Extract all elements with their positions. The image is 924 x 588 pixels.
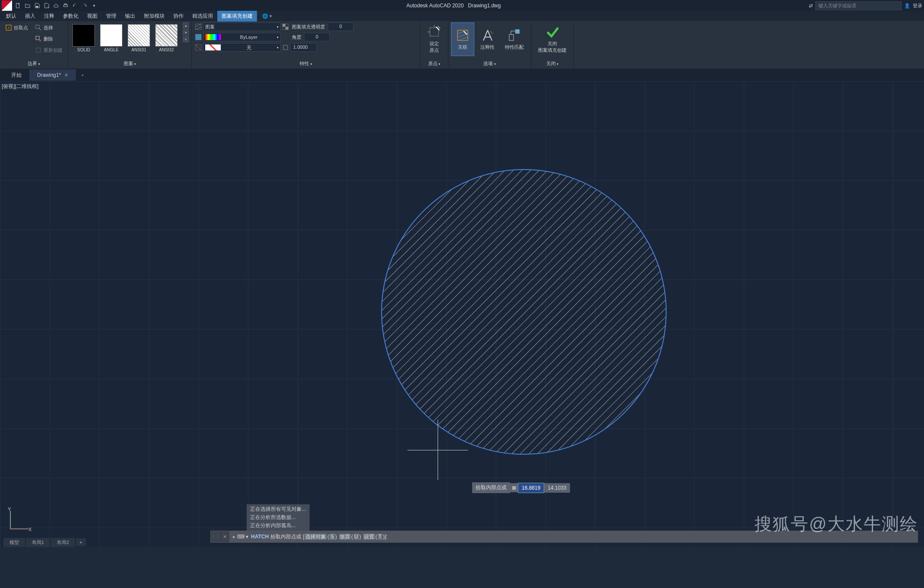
svg-rect-22	[379, 167, 668, 456]
command-line[interactable]: ⋮⋮ ✕ ▸ ⌨ ▾ HATCH 拾取内部点或 [选择对象(S) 放弃(U) 设…	[210, 531, 918, 543]
tab-annotate[interactable]: 注释	[40, 11, 59, 22]
svg-rect-1	[36, 6, 38, 8]
svg-rect-8	[36, 48, 41, 52]
svg-rect-6	[36, 25, 39, 28]
coord-x-input[interactable]: 16.8819	[518, 483, 544, 493]
drawing-canvas[interactable]: [俯视][二维线框] 拾取内部点或 ▦ 16.8819 14.1033 Y X	[0, 81, 924, 547]
ucs-icon[interactable]: Y X	[6, 507, 32, 534]
cmd-close-icon[interactable]: ✕	[220, 534, 229, 540]
plot-icon[interactable]	[61, 1, 70, 10]
panel-boundary-title[interactable]: 边界	[3, 60, 65, 68]
tab-view[interactable]: 视图	[83, 11, 102, 22]
title-bar-right: ⇄ 键入关键字或短语 👤 登录	[809, 1, 922, 10]
share-icon[interactable]: ⇄	[809, 3, 813, 9]
command-history: 正在选择所有可见对象... 正在分析所选数据... 正在分析内部孤岛...	[247, 504, 310, 531]
panel-properties: 图案 图案填充透明度 0 ByLayer 角度 0 无 1.0000 特性	[192, 22, 420, 69]
set-origin-button[interactable]: 设定 原点	[423, 22, 445, 56]
svg-rect-19	[515, 29, 520, 34]
pattern-scroll-up[interactable]: ▴	[183, 22, 189, 28]
tab-addins[interactable]: 附加模块	[140, 11, 169, 22]
title-bar-title: Autodesk AutoCAD 2020 Drawing1.dwg	[98, 3, 809, 9]
panel-options: 关联 注释性 特性匹配 选项	[448, 22, 531, 69]
tab-drawing1[interactable]: Drawing1*✕	[29, 69, 76, 81]
svg-rect-3	[64, 4, 66, 5]
dynamic-input-tooltip: 拾取内部点或 ▦ 16.8819 14.1033	[472, 482, 570, 493]
layout-tab-plus[interactable]: +	[76, 538, 85, 546]
document-tabs: 开始 Drawing1*✕ +	[0, 69, 924, 81]
undo-icon[interactable]	[71, 1, 79, 10]
recreate-button[interactable]: 重新创建	[32, 45, 65, 55]
panel-options-title[interactable]: 选项	[451, 60, 528, 68]
scale-value[interactable]: 1.0000	[290, 43, 317, 52]
pattern-scroll-down[interactable]: ▾	[183, 29, 189, 35]
tab-output[interactable]: 输出	[121, 11, 140, 22]
transparency-value[interactable]: 0	[328, 22, 354, 31]
pattern-ansi31[interactable]: ANSI31	[126, 22, 152, 54]
tab-parametric[interactable]: 参数化	[59, 11, 83, 22]
coord-y-input[interactable]: 14.1033	[544, 483, 570, 493]
angle-value[interactable]: 0	[304, 33, 330, 41]
panel-origin-title[interactable]: 原点	[423, 60, 445, 68]
select-button[interactable]: 选择	[32, 22, 65, 33]
redo-icon[interactable]	[80, 1, 89, 10]
layout-tab-model[interactable]: 模型	[3, 538, 25, 547]
cmd-history-line: 正在选择所有可见对象...	[248, 505, 308, 513]
autocad-logo-icon[interactable]	[2, 0, 12, 11]
scale-icon	[282, 44, 289, 51]
svg-rect-12	[285, 27, 288, 30]
tab-manage[interactable]: 管理	[102, 11, 121, 22]
tab-hatch-creation[interactable]: 图案填充创建	[217, 11, 257, 22]
command-prompt[interactable]: ▸ ⌨ ▾ HATCH 拾取内部点或 [选择对象(S) 放弃(U) 设置(T)]…	[229, 531, 918, 542]
transparency-label: 图案填充透明度	[290, 22, 327, 31]
qat-more-icon[interactable]: ▾	[90, 1, 98, 10]
panel-pattern-title[interactable]: 图案	[71, 60, 189, 68]
panel-properties-title[interactable]: 特性	[194, 60, 417, 68]
pick-points-button[interactable]: 拾取点	[3, 22, 31, 33]
layout-tab-1[interactable]: 布局1	[26, 538, 50, 547]
cmd-history-line: 正在分析内部孤岛...	[248, 522, 308, 530]
panel-close-title: 关闭	[534, 60, 571, 68]
svg-rect-13	[195, 34, 201, 40]
tab-insert[interactable]: 插入	[21, 11, 40, 22]
color-dropdown[interactable]: ByLayer	[203, 33, 281, 41]
pattern-solid[interactable]: SOLID	[71, 22, 97, 54]
annotative-button[interactable]: 注释性	[476, 22, 499, 56]
svg-rect-9	[195, 24, 201, 30]
match-props-button[interactable]: 特性匹配	[501, 22, 528, 56]
new-tab-button[interactable]: +	[76, 70, 89, 80]
panel-boundary: 拾取点 选择 删除 重新创建 边界	[0, 22, 68, 69]
viewport-label[interactable]: [俯视][二维线框]	[2, 83, 38, 90]
svg-rect-15	[283, 45, 288, 50]
pattern-ansi32[interactable]: ANSI32	[153, 22, 179, 54]
save-icon[interactable]	[33, 1, 41, 10]
cmd-drag-handle-icon[interactable]: ⋮⋮	[211, 534, 220, 540]
cloud-icon[interactable]	[52, 1, 60, 10]
saveas-icon[interactable]	[42, 1, 51, 10]
bgcolor-dropdown[interactable]: 无	[203, 43, 281, 52]
globe-icon[interactable]: 🌐 ▾	[260, 12, 275, 21]
tab-collaborate[interactable]: 协作	[169, 11, 188, 22]
login-link[interactable]: 登录	[913, 3, 922, 9]
open-icon[interactable]	[23, 1, 32, 10]
transparency-icon	[282, 23, 289, 31]
close-icon[interactable]: ✕	[64, 72, 68, 78]
pattern-expand[interactable]: ≡	[183, 36, 189, 42]
new-icon[interactable]	[14, 1, 22, 10]
svg-rect-2	[64, 5, 68, 6]
close-hatch-button[interactable]: 关闭 图案填充创建	[534, 22, 571, 56]
pattern-angle[interactable]: ANGLE	[98, 22, 124, 54]
tab-featured[interactable]: 精选应用	[188, 11, 217, 22]
tab-default[interactable]: 默认	[2, 11, 21, 22]
ribbon-tabs: 默认 插入 注释 参数化 视图 管理 输出 附加模块 协作 精选应用 图案填充创…	[0, 11, 924, 22]
signin-icon[interactable]: 👤	[904, 3, 910, 9]
hatched-circle-object[interactable]	[379, 167, 668, 456]
search-input[interactable]: 键入关键字或短语	[815, 1, 902, 10]
hatch-type-dropdown[interactable]: 图案	[203, 22, 281, 31]
ribbon: 拾取点 选择 删除 重新创建 边界 SOLID	[0, 22, 924, 69]
layout-tab-2[interactable]: 布局2	[51, 538, 75, 547]
svg-text:X: X	[28, 527, 32, 532]
remove-button[interactable]: 删除	[32, 34, 65, 44]
panel-pattern: SOLID ANGLE ANSI31 ANSI32 ▴ ▾ ≡ 图案	[68, 22, 192, 69]
tab-start[interactable]: 开始	[3, 69, 29, 82]
associative-button[interactable]: 关联	[451, 22, 474, 56]
